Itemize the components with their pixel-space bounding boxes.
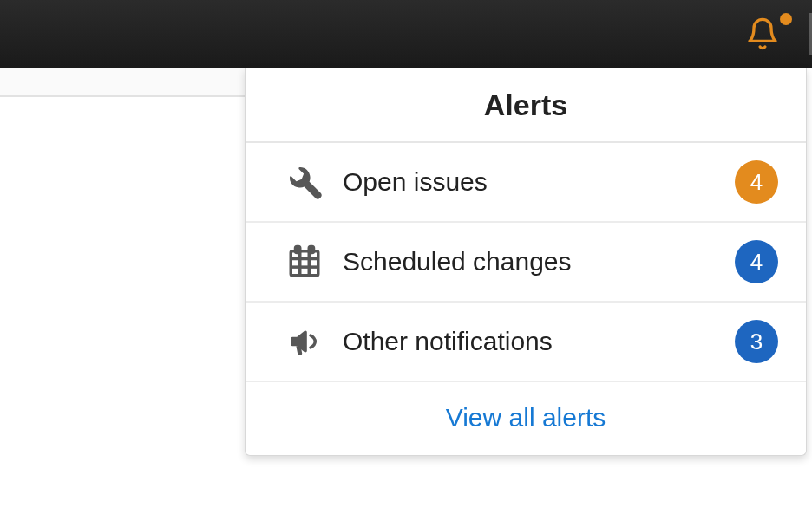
alerts-panel-title: Alerts xyxy=(246,68,806,143)
subheader-strip xyxy=(0,68,245,97)
alerts-row-label: Scheduled changes xyxy=(329,247,735,277)
top-nav-bar xyxy=(0,0,812,68)
bell-icon xyxy=(745,16,780,51)
view-all-alerts-link[interactable]: View all alerts xyxy=(446,403,606,432)
alerts-row-label: Open issues xyxy=(329,167,735,197)
notification-indicator-dot xyxy=(780,13,792,25)
alerts-row-label: Other notifications xyxy=(329,327,735,356)
alerts-dropdown-panel: Alerts Open issues 4 Scheduled changes 4 xyxy=(245,68,807,456)
count-badge: 4 xyxy=(735,160,778,204)
notifications-bell-button[interactable] xyxy=(745,16,780,51)
alerts-panel-footer: View all alerts xyxy=(246,382,806,455)
alerts-row-scheduled-changes[interactable]: Scheduled changes 4 xyxy=(246,223,806,303)
svg-rect-6 xyxy=(309,247,313,253)
megaphone-icon xyxy=(280,323,329,360)
calendar-icon xyxy=(280,244,329,280)
svg-rect-0 xyxy=(291,251,318,276)
alerts-row-other-notifications[interactable]: Other notifications 3 xyxy=(246,303,806,382)
alerts-row-open-issues[interactable]: Open issues 4 xyxy=(246,143,806,223)
wrench-icon xyxy=(280,164,329,200)
count-badge: 3 xyxy=(735,320,778,363)
svg-rect-5 xyxy=(296,247,300,253)
count-badge: 4 xyxy=(735,240,778,283)
